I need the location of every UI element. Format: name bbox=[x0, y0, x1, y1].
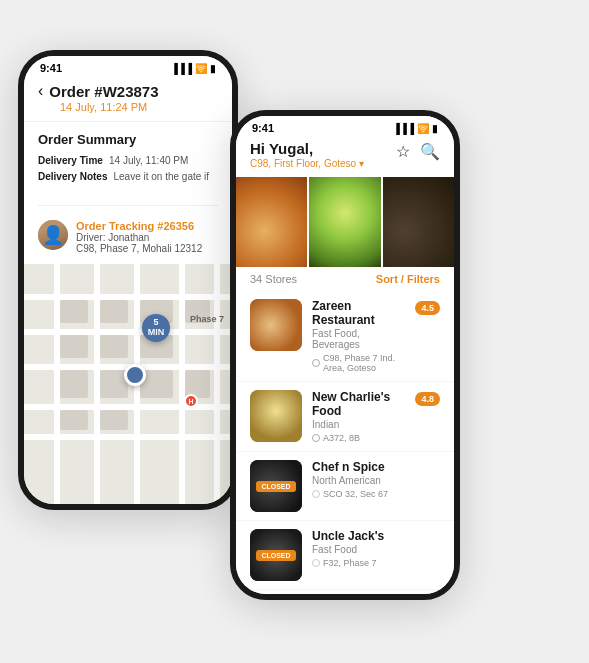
rating-badge: 4.5 bbox=[415, 301, 440, 315]
order-header: ‹ Order #W23873 14 July, 11:24 PM bbox=[24, 76, 232, 122]
restaurant-cuisine: Fast Food, Beverages bbox=[312, 328, 405, 350]
location-dot bbox=[312, 359, 320, 367]
delivery-time-label: Delivery Time bbox=[38, 155, 103, 166]
restaurant-address: SCO 32, Sec 67 bbox=[323, 489, 388, 499]
restaurant-location: C98, Phase 7 Ind. Area, Goteso bbox=[312, 353, 405, 373]
search-button[interactable]: 🔍 bbox=[420, 142, 440, 161]
restaurant-name: New Charlie's Food bbox=[312, 390, 405, 418]
restaurant-name: Uncle Jack's bbox=[312, 529, 440, 543]
restaurant-location: SCO 32, Sec 67 bbox=[312, 489, 440, 499]
status-icons-1: ▐▐▐ 🛜 ▮ bbox=[171, 63, 216, 74]
restaurant-location: F32, Phase 7 bbox=[312, 558, 440, 568]
order-summary-section: Order Summary Delivery Time 14 July, 11:… bbox=[24, 122, 232, 197]
time-1: 9:41 bbox=[40, 62, 62, 74]
restaurant-name: Chef n Spice bbox=[312, 460, 440, 474]
sort-filters-button[interactable]: Sort / Filters bbox=[376, 273, 440, 285]
restaurant-info: Chef n Spice North American SCO 32, Sec … bbox=[312, 460, 440, 512]
location-dot bbox=[312, 490, 320, 498]
phone-order-summary: 9:41 ▐▐▐ 🛜 ▮ ‹ Order #W23873 14 July, 11… bbox=[18, 50, 238, 510]
driver-address: C98, Phase 7, Mohali 12312 bbox=[76, 243, 202, 254]
list-item[interactable]: Zareen Restaurant Fast Food, Beverages C… bbox=[236, 291, 454, 382]
status-bar-1: 9:41 ▐▐▐ 🛜 ▮ bbox=[24, 56, 232, 76]
stores-bar: 34 Stores Sort / Filters bbox=[236, 267, 454, 291]
stores-count: 34 Stores bbox=[250, 273, 297, 285]
restaurant-info: New Charlie's Food Indian A372, 8B bbox=[312, 390, 405, 443]
summary-title: Order Summary bbox=[38, 132, 218, 147]
signal-icon-2: ▐▐▐ bbox=[393, 123, 414, 134]
location-text[interactable]: C98, First Floor, Goteso ▾ bbox=[250, 158, 364, 169]
delivery-notes-value: Leave it on the gate if bbox=[113, 171, 209, 182]
order-date: 14 July, 11:24 PM bbox=[60, 101, 218, 113]
restaurant-location: A372, 8B bbox=[312, 433, 405, 443]
hero-image-1 bbox=[236, 177, 307, 267]
signal-icon: ▐▐▐ bbox=[171, 63, 192, 74]
restaurant-header: Hi Yugal, C98, First Floor, Goteso ▾ ☆ 🔍 bbox=[236, 136, 454, 177]
list-item[interactable]: CLOSED Uncle Jack's Fast Food F32, Phase… bbox=[236, 521, 454, 590]
avatar-img bbox=[38, 220, 68, 250]
driver-location-pin bbox=[124, 364, 146, 386]
restaurant-image: CLOSED bbox=[250, 460, 302, 512]
closed-overlay: CLOSED bbox=[250, 529, 302, 581]
driver-avatar bbox=[38, 220, 68, 250]
greeting-text: Hi Yugal, bbox=[250, 140, 364, 157]
time-2: 9:41 bbox=[252, 122, 274, 134]
back-button[interactable]: ‹ bbox=[38, 82, 43, 100]
list-item[interactable]: CLOSED Chef n Spice North American SCO 3… bbox=[236, 452, 454, 521]
hero-image-2 bbox=[309, 177, 380, 267]
tracking-title: Order Tracking #26356 bbox=[76, 220, 202, 232]
restaurant-info: Uncle Jack's Fast Food F32, Phase 7 bbox=[312, 529, 440, 581]
battery-icon: ▮ bbox=[210, 63, 216, 74]
delivery-time-value: 14 July, 11:40 PM bbox=[109, 155, 188, 166]
closed-badge: CLOSED bbox=[256, 550, 295, 561]
restaurant-image: CLOSED bbox=[250, 529, 302, 581]
driver-name: Driver: Jonathan bbox=[76, 232, 202, 243]
restaurant-address: F32, Phase 7 bbox=[323, 558, 377, 568]
restaurant-image bbox=[250, 390, 302, 442]
delivery-min-label: 5MIN bbox=[148, 318, 165, 338]
restaurant-address: A372, 8B bbox=[323, 433, 360, 443]
order-title: Order #W23873 bbox=[49, 83, 158, 100]
restaurant-cuisine: Indian bbox=[312, 419, 405, 430]
hero-banner bbox=[236, 177, 454, 267]
wifi-icon-2: 🛜 bbox=[417, 123, 429, 134]
restaurant-image bbox=[250, 299, 302, 351]
closed-overlay: CLOSED bbox=[250, 460, 302, 512]
restaurant-cuisine: Fast Food bbox=[312, 544, 440, 555]
wifi-icon: 🛜 bbox=[195, 63, 207, 74]
divider-1 bbox=[38, 205, 218, 206]
restaurant-info: Zareen Restaurant Fast Food, Beverages C… bbox=[312, 299, 405, 373]
delivery-notes-label: Delivery Notes bbox=[38, 171, 107, 182]
status-icons-2: ▐▐▐ 🛜 ▮ bbox=[393, 123, 438, 134]
rating-badge: 4.8 bbox=[415, 392, 440, 406]
restaurant-list: Zareen Restaurant Fast Food, Beverages C… bbox=[236, 291, 454, 594]
location-dot bbox=[312, 434, 320, 442]
phone-restaurant-list: 9:41 ▐▐▐ 🛜 ▮ Hi Yugal, C98, First Floor,… bbox=[230, 110, 460, 600]
phase-label: Phase 7 bbox=[190, 314, 224, 324]
delivery-time-pin: 5MIN bbox=[142, 314, 170, 342]
location-dot bbox=[312, 559, 320, 567]
restaurant-address: C98, Phase 7 Ind. Area, Goteso bbox=[323, 353, 405, 373]
restaurant-name: Zareen Restaurant bbox=[312, 299, 405, 327]
order-tracking: Order Tracking #26356 Driver: Jonathan C… bbox=[24, 214, 232, 264]
hero-image-3 bbox=[383, 177, 454, 267]
wishlist-button[interactable]: ☆ bbox=[396, 142, 410, 161]
hospital-marker: H bbox=[184, 394, 198, 408]
delivery-map: 5MIN H Phase 7 bbox=[24, 264, 232, 504]
battery-icon-2: ▮ bbox=[432, 123, 438, 134]
status-bar-2: 9:41 ▐▐▐ 🛜 ▮ bbox=[236, 116, 454, 136]
closed-badge: CLOSED bbox=[256, 481, 295, 492]
list-item[interactable]: New Charlie's Food Indian A372, 8B 4.8 bbox=[236, 382, 454, 452]
restaurant-cuisine: North American bbox=[312, 475, 440, 486]
